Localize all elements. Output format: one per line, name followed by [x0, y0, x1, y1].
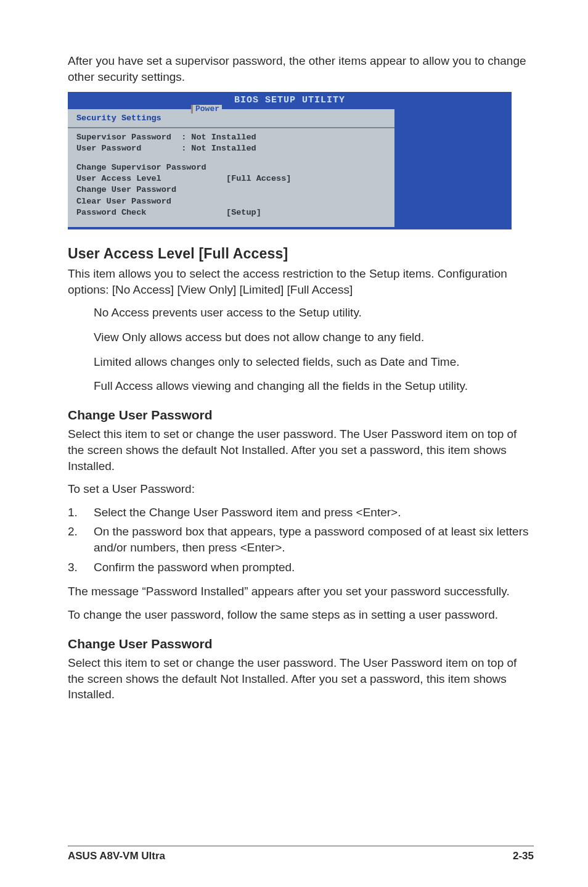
step-text: On the password box that appears, type a…: [94, 524, 534, 555]
footer-rule: [68, 846, 534, 846]
ual-view-only: View Only allows access but does not all…: [94, 329, 534, 345]
ual-description: This item allows you to select the acces…: [68, 266, 534, 297]
bios-line-clear-user-pw: Clear User Password: [76, 196, 386, 207]
bios-screenshot: BIOS SETUP UTILITY Power Security Settin…: [68, 92, 512, 229]
ual-no-access: No Access prevents user access to the Se…: [94, 305, 534, 321]
cup2-description: Select this item to set or change the us…: [68, 655, 534, 703]
bios-title: BIOS SETUP UTILITY: [234, 94, 345, 107]
ual-full-access: Full Access allows viewing and changing …: [94, 378, 534, 394]
bios-side-panel: [394, 109, 512, 227]
bios-section-title: Security Settings: [68, 109, 394, 128]
intro-paragraph: After you have set a supervisor password…: [68, 53, 534, 85]
bios-tab-power: Power: [191, 105, 222, 113]
set-password-steps: 1. Select the Change User Password item …: [68, 505, 534, 576]
step-number: 3.: [68, 559, 94, 576]
step-number: 1.: [68, 505, 94, 521]
list-item: 3. Confirm the password when prompted.: [68, 559, 534, 576]
cup1-change-note: To change the user password, follow the …: [68, 607, 534, 623]
page-footer: ASUS A8V-VM Ultra 2-35: [68, 849, 534, 864]
ual-options-list: No Access prevents user access to the Se…: [68, 305, 534, 394]
bios-line-change-user-pw: Change User Password: [76, 184, 386, 196]
heading-user-access-level: User Access Level [Full Access]: [68, 244, 534, 263]
heading-change-user-password-2: Change User Password: [68, 635, 534, 653]
list-item: 1. Select the Change User Password item …: [68, 505, 534, 521]
footer-page-number: 2-35: [513, 849, 534, 864]
bios-line-supervisor-password: Supervisor Password : Not Installed: [76, 132, 386, 143]
cup1-to-set: To set a User Password:: [68, 481, 534, 497]
cup1-success-message: The message “Password Installed” appears…: [68, 584, 534, 600]
bios-line-user-access-level: User Access Level [Full Access]: [76, 173, 386, 184]
step-text: Select the Change User Password item and…: [94, 505, 534, 521]
bios-line-password-check: Password Check [Setup]: [76, 207, 386, 218]
heading-change-user-password-1: Change User Password: [68, 406, 534, 424]
list-item: 2. On the password box that appears, typ…: [68, 524, 534, 555]
step-number: 2.: [68, 524, 94, 555]
step-text: Confirm the password when prompted.: [94, 559, 534, 576]
cup1-description: Select this item to set or change the us…: [68, 426, 534, 474]
bios-line-user-password: User Password : Not Installed: [76, 143, 386, 154]
footer-product: ASUS A8V-VM Ultra: [68, 849, 165, 864]
bios-line-change-supervisor: Change Supervisor Password: [76, 162, 386, 173]
ual-limited: Limited allows changes only to selected …: [94, 354, 534, 370]
